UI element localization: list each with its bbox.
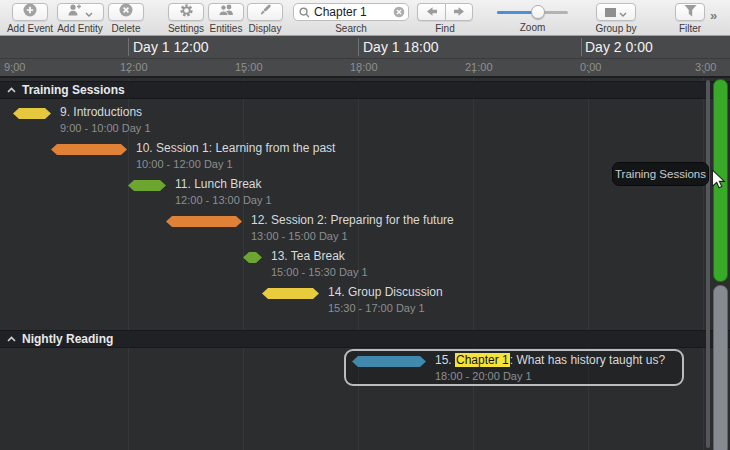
delete-label: Delete bbox=[106, 23, 146, 34]
paintbrush-icon bbox=[257, 2, 273, 22]
event-title: 10. Session 1: Learning from the past bbox=[136, 141, 335, 156]
event-time: 10:00 - 12:00 Day 1 bbox=[136, 157, 233, 171]
arrow-right-icon bbox=[453, 3, 465, 21]
hour-header-band[interactable]: 9:0012:0015:0018:0021:000:003:00 bbox=[0, 58, 730, 78]
day-header-band[interactable]: Day 1 12:00Day 1 18:00Day 2 0:00 bbox=[0, 36, 730, 58]
event-title: 9. Introductions bbox=[60, 105, 142, 120]
event-bar[interactable] bbox=[262, 288, 319, 299]
hour-tick bbox=[473, 71, 475, 73]
event-title: 12. Session 2: Preparing for the future bbox=[251, 213, 454, 228]
hour-label: 21:00 bbox=[465, 61, 493, 73]
group-by-label: Group by bbox=[594, 23, 638, 34]
hour-label: 12:00 bbox=[120, 61, 148, 73]
filter-button[interactable]: Filter bbox=[672, 3, 708, 34]
hour-label: 3:00 bbox=[695, 61, 716, 73]
find-label: Find bbox=[416, 23, 474, 34]
event-bar[interactable] bbox=[51, 144, 127, 155]
day-label: Day 2 0:00 bbox=[585, 39, 653, 55]
entities-label: Entities bbox=[207, 23, 245, 34]
event-bar[interactable] bbox=[243, 252, 262, 263]
add-entity-button[interactable]: Add Entity bbox=[54, 3, 106, 34]
hour-tick bbox=[128, 71, 130, 73]
hour-tick bbox=[703, 71, 705, 73]
event-title: 14. Group Discussion bbox=[328, 285, 443, 300]
hour-tick bbox=[243, 71, 245, 73]
list-icon bbox=[605, 8, 616, 17]
toolbar: Add Event Add Entity Delete Settings bbox=[0, 0, 730, 36]
arrow-left-icon bbox=[426, 3, 438, 21]
gridline bbox=[358, 78, 359, 450]
gridline bbox=[243, 78, 244, 450]
hour-tick bbox=[358, 71, 360, 73]
search-input[interactable] bbox=[310, 5, 393, 19]
chevron-down-icon bbox=[85, 3, 93, 21]
zoom-slider-thumb[interactable] bbox=[531, 5, 545, 19]
display-label: Display bbox=[246, 23, 284, 34]
zoom-slider[interactable] bbox=[497, 11, 568, 14]
event-time: 13:00 - 15:00 Day 1 bbox=[251, 229, 348, 243]
event-time: 15:00 - 15:30 Day 1 bbox=[271, 265, 368, 279]
event-title: 15. Chapter 1: What has history taught u… bbox=[435, 353, 665, 368]
hour-label: 15:00 bbox=[235, 61, 263, 73]
gridline bbox=[473, 78, 474, 450]
event-time: 12:00 - 13:00 Day 1 bbox=[175, 193, 272, 207]
event-title: 13. Tea Break bbox=[271, 249, 345, 264]
find-controls: Find bbox=[416, 3, 474, 34]
find-previous-button[interactable] bbox=[417, 3, 445, 21]
plus-circle-icon bbox=[22, 2, 38, 22]
people-icon bbox=[218, 3, 235, 21]
hour-tick bbox=[588, 71, 590, 73]
filter-funnel-icon bbox=[683, 3, 698, 21]
day-divider bbox=[128, 38, 129, 56]
hour-tick bbox=[12, 71, 14, 73]
search-match-highlight: Chapter 1 bbox=[455, 353, 510, 367]
find-next-button[interactable] bbox=[445, 3, 473, 21]
scrollbar-track[interactable] bbox=[706, 80, 710, 448]
entities-button[interactable]: Entities bbox=[207, 3, 245, 34]
collapse-chevron-icon bbox=[7, 336, 16, 342]
add-entity-label: Add Entity bbox=[54, 23, 106, 34]
day-divider bbox=[581, 38, 582, 56]
clear-search-icon[interactable] bbox=[393, 6, 405, 18]
add-event-label: Add Event bbox=[6, 23, 54, 34]
collapse-chevron-icon bbox=[7, 87, 16, 93]
search-label: Search bbox=[293, 23, 409, 34]
section-label: Training Sessions bbox=[22, 83, 125, 97]
event-title: 11. Lunch Break bbox=[175, 177, 262, 192]
search-box: Search bbox=[293, 3, 409, 34]
settings-button[interactable]: Settings bbox=[165, 3, 207, 34]
event-time: 18:00 - 20:00 Day 1 bbox=[435, 369, 532, 383]
timeline-content[interactable]: Training Sessions9. Introductions9:00 - … bbox=[0, 78, 730, 450]
delete-button[interactable]: Delete bbox=[106, 3, 146, 34]
search-icon bbox=[299, 7, 310, 18]
display-button[interactable]: Display bbox=[246, 3, 284, 34]
gridline bbox=[588, 78, 589, 450]
day-label: Day 1 12:00 bbox=[133, 39, 209, 55]
mouse-cursor bbox=[711, 169, 726, 194]
filter-label: Filter bbox=[672, 23, 708, 34]
group-by-button[interactable]: Group by bbox=[594, 3, 638, 34]
event-bar[interactable] bbox=[352, 356, 426, 367]
event-time: 15:30 - 17:00 Day 1 bbox=[328, 301, 425, 315]
chevron-down-icon bbox=[619, 3, 627, 21]
event-bar[interactable] bbox=[166, 216, 242, 227]
hour-label: 18:00 bbox=[350, 61, 378, 73]
day-divider bbox=[358, 38, 359, 56]
hour-label: 0:00 bbox=[580, 61, 601, 73]
add-event-button[interactable]: Add Event bbox=[6, 3, 54, 34]
event-bar[interactable] bbox=[128, 180, 166, 191]
section-tooltip: Training Sessions bbox=[612, 162, 709, 186]
section-header-training-sessions[interactable]: Training Sessions bbox=[0, 81, 730, 99]
gridline bbox=[703, 78, 704, 450]
hour-label: 9:00 bbox=[4, 61, 25, 73]
zoom-control: Zoom bbox=[497, 3, 568, 33]
scrollbar-thumb-nightly-reading[interactable] bbox=[713, 285, 728, 450]
section-label: Nightly Reading bbox=[22, 332, 113, 346]
event-time: 9:00 - 10:00 Day 1 bbox=[60, 121, 151, 135]
day-label: Day 1 18:00 bbox=[363, 39, 439, 55]
section-header-nightly-reading[interactable]: Nightly Reading bbox=[0, 330, 730, 348]
zoom-label: Zoom bbox=[497, 22, 568, 33]
person-plus-icon bbox=[67, 3, 82, 21]
toolbar-overflow-button[interactable]: » bbox=[710, 8, 715, 23]
event-bar[interactable] bbox=[13, 108, 51, 119]
